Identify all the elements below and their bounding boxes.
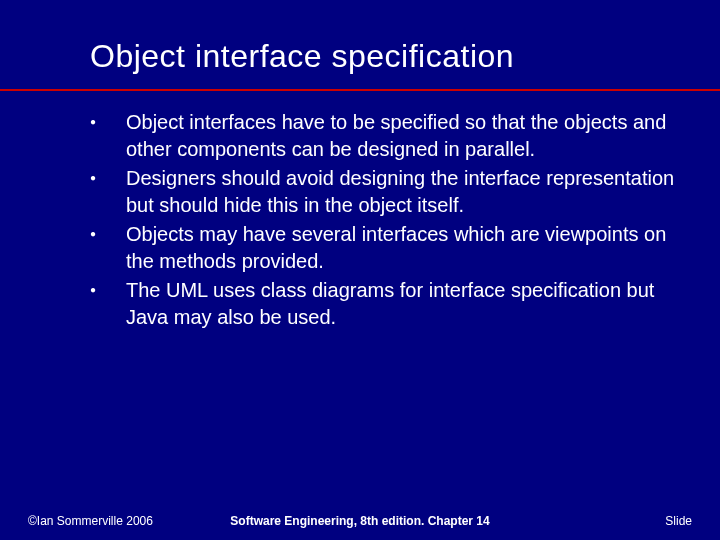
bullet-item: Object interfaces have to be specified s… bbox=[90, 109, 680, 163]
bullet-item: Designers should avoid designing the int… bbox=[90, 165, 680, 219]
footer: ©Ian Sommerville 2006 Software Engineeri… bbox=[0, 514, 720, 528]
bullet-item: Objects may have several interfaces whic… bbox=[90, 221, 680, 275]
footer-title: Software Engineering, 8th edition. Chapt… bbox=[230, 514, 489, 528]
footer-slide-label: Slide bbox=[665, 514, 692, 528]
footer-copyright: ©Ian Sommerville 2006 bbox=[28, 514, 153, 528]
content-area: Object interfaces have to be specified s… bbox=[0, 91, 720, 331]
bullet-list: Object interfaces have to be specified s… bbox=[90, 109, 680, 331]
slide-title: Object interface specification bbox=[90, 38, 680, 75]
bullet-item: The UML uses class diagrams for interfac… bbox=[90, 277, 680, 331]
title-area: Object interface specification bbox=[0, 0, 720, 75]
